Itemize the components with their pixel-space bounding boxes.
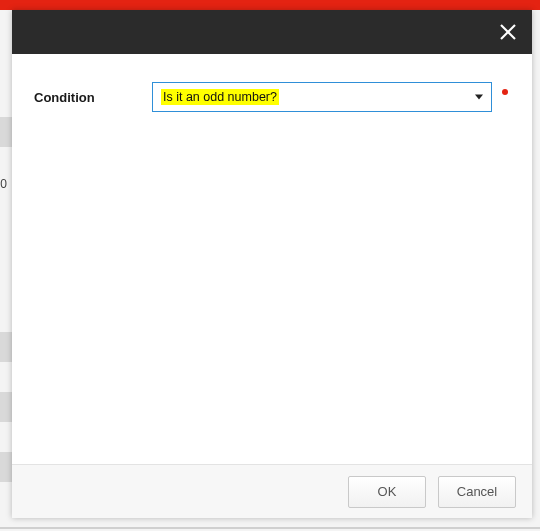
background-text-snippet: :0 bbox=[0, 177, 7, 191]
condition-select[interactable]: Is it an odd number? bbox=[152, 82, 492, 112]
background-bar bbox=[0, 392, 12, 422]
ok-button-label: OK bbox=[378, 484, 397, 499]
condition-selected-value: Is it an odd number? bbox=[161, 89, 279, 105]
dialog-footer: OK Cancel bbox=[12, 464, 532, 518]
background-bar bbox=[0, 452, 12, 482]
cancel-button-label: Cancel bbox=[457, 484, 497, 499]
dialog: Condition Is it an odd number? OK Cancel bbox=[12, 10, 532, 518]
close-icon bbox=[499, 23, 517, 41]
background-bar bbox=[0, 332, 12, 362]
background-bar bbox=[0, 117, 12, 147]
page-bottom-divider bbox=[0, 527, 540, 529]
cancel-button[interactable]: Cancel bbox=[438, 476, 516, 508]
required-indicator-icon bbox=[502, 89, 508, 95]
chevron-down-icon bbox=[475, 95, 483, 100]
close-button[interactable] bbox=[494, 18, 522, 46]
dialog-titlebar bbox=[12, 10, 532, 54]
condition-label: Condition bbox=[34, 90, 152, 105]
ok-button[interactable]: OK bbox=[348, 476, 426, 508]
app-header-strip bbox=[0, 0, 540, 10]
condition-row: Condition Is it an odd number? bbox=[34, 82, 510, 112]
dialog-body: Condition Is it an odd number? bbox=[12, 54, 532, 464]
